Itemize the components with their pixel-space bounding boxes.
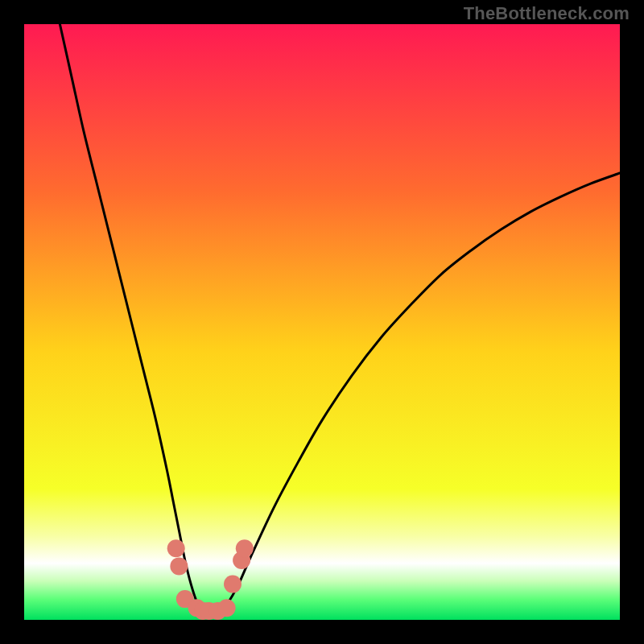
plot-area	[24, 24, 620, 620]
marker-layer	[24, 24, 620, 620]
highlight-marker	[236, 539, 254, 557]
chart-container: TheBottleneck.com	[0, 0, 644, 644]
highlight-marker	[170, 557, 188, 575]
watermark-text: TheBottleneck.com	[464, 3, 630, 24]
highlight-marker	[224, 576, 242, 593]
highlight-marker	[218, 599, 236, 617]
highlight-marker	[167, 539, 185, 557]
highlight-markers	[167, 539, 254, 620]
